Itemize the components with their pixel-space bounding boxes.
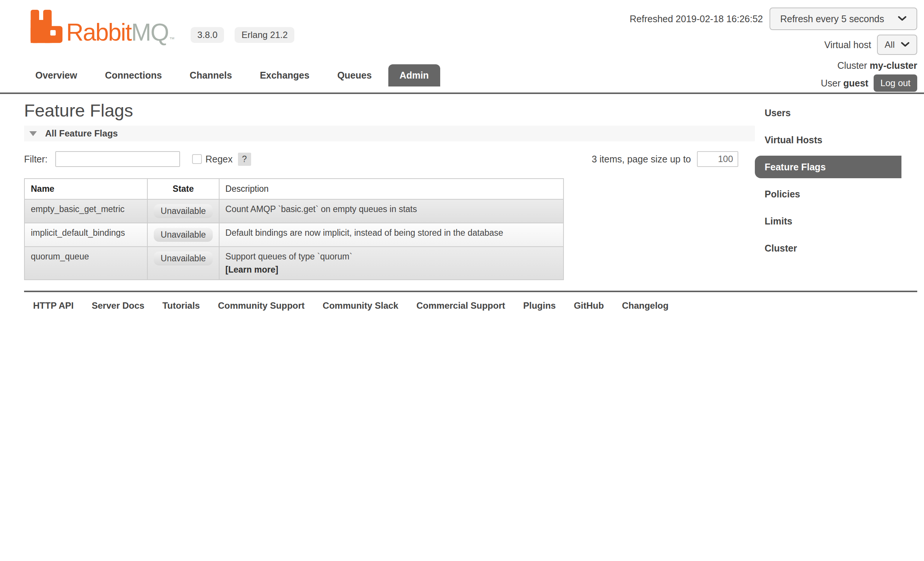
items-count-text: 3 items, page size up to: [592, 154, 691, 165]
content-area: Feature Flags All Feature Flags Filter: …: [0, 94, 924, 280]
admin-sidebar: Users Virtual Hosts Feature Flags Polici…: [755, 99, 924, 262]
filter-row: Filter: Regex ? 3 items, page size up to: [24, 151, 755, 167]
feature-flag-name-cell: quorum_queue: [24, 247, 147, 280]
description-text: Count AMQP `basic.get` on empty queues i…: [226, 204, 557, 214]
footer-link[interactable]: Changelog: [622, 300, 668, 311]
feature-flag-state-cell: Unavailable: [147, 199, 219, 223]
cluster-info: Cluster my-cluster: [837, 60, 917, 71]
help-icon[interactable]: ?: [238, 153, 251, 166]
feature-flag-description-cell: Count AMQP `basic.get` on empty queues i…: [219, 199, 563, 223]
filter-input[interactable]: [55, 151, 180, 167]
header-right: Refreshed 2019-02-18 16:26:52 Refresh ev…: [630, 8, 917, 92]
chevron-down-icon: [901, 42, 910, 47]
refresh-row: Refreshed 2019-02-18 16:26:52 Refresh ev…: [630, 8, 917, 30]
footer-link[interactable]: GitHub: [574, 300, 604, 311]
section-title: All Feature Flags: [45, 128, 118, 139]
user-label-and-name: User guest: [821, 78, 868, 89]
footer-link[interactable]: Tutorials: [162, 300, 200, 311]
regex-checkbox[interactable]: [192, 154, 202, 164]
user-info: User guest Log out: [821, 74, 917, 92]
nav-tab[interactable]: Exchanges: [248, 64, 321, 86]
column-header[interactable]: Description: [219, 179, 563, 199]
state-badge: Unavailable: [154, 252, 212, 265]
footer-links: HTTP API Server Docs Tutorials Community…: [33, 300, 917, 311]
description-text: Default bindings are now implicit, inste…: [226, 228, 557, 238]
sidebar-item: Cluster: [755, 235, 924, 262]
brand-wordmark: RabbitMQ: [66, 21, 168, 44]
sidebar-item-link[interactable]: Virtual Hosts: [755, 129, 901, 151]
table-row: quorum_queue Unavailable Support queues …: [24, 247, 563, 280]
table-body: empty_basic_get_metric Unavailable Count…: [24, 199, 563, 280]
virtual-host-label: Virtual host: [824, 39, 871, 50]
feature-flag-state-cell: Unavailable: [147, 247, 219, 280]
nav-tab[interactable]: Queues: [326, 64, 383, 86]
virtual-host-row: Virtual host All: [824, 35, 917, 55]
page-title: Feature Flags: [24, 100, 755, 121]
refresh-interval-dropdown[interactable]: Refresh every 5 seconds: [769, 8, 917, 30]
cluster-name: my-cluster: [870, 60, 917, 71]
collapse-triangle-icon: [29, 131, 37, 136]
chevron-down-icon: [898, 16, 907, 21]
all-feature-flags-section-header[interactable]: All Feature Flags: [24, 126, 755, 141]
footer-link[interactable]: Community Slack: [323, 300, 398, 311]
sidebar-item: Feature Flags: [755, 153, 924, 180]
user-name: guest: [843, 78, 868, 88]
refreshed-timestamp: Refreshed 2019-02-18 16:26:52: [630, 14, 763, 24]
nav-tab[interactable]: Admin: [388, 64, 440, 86]
column-header[interactable]: Name: [24, 179, 147, 199]
table-row: empty_basic_get_metric Unavailable Count…: [24, 199, 563, 223]
feature-flag-description-cell: Support queues of type `quorum` [Learn m…: [219, 247, 563, 280]
nav-tab[interactable]: Connections: [94, 64, 173, 86]
nav-tabs: Overview Connections Channels Exchanges …: [24, 64, 445, 86]
feature-flag-state-cell: Unavailable: [147, 223, 219, 247]
sidebar-item: Virtual Hosts: [755, 126, 924, 153]
rabbitmq-management-page: RabbitMQ ™ 3.8.0 Erlang 21.2 Refreshed 2…: [0, 0, 924, 561]
table-row: implicit_default_bindings Unavailable De…: [24, 223, 563, 247]
sidebar-item-link[interactable]: Cluster: [755, 237, 901, 259]
pagination-group: 3 items, page size up to: [592, 151, 738, 167]
feature-flag-description-cell: Default bindings are now implicit, inste…: [219, 223, 563, 247]
erlang-version-badge: Erlang 21.2: [235, 27, 294, 43]
logout-button[interactable]: Log out: [874, 74, 917, 92]
sidebar-item-link[interactable]: Policies: [755, 183, 901, 205]
logo[interactable]: RabbitMQ ™ 3.8.0 Erlang 21.2: [29, 10, 294, 44]
feature-flag-name-cell: implicit_default_bindings: [24, 223, 147, 247]
sidebar-item-link[interactable]: Feature Flags: [755, 156, 901, 178]
sidebar-item: Policies: [755, 180, 924, 208]
footer-link[interactable]: Commercial Support: [417, 300, 505, 311]
table-header: Name State Description: [24, 179, 563, 199]
version-badge: 3.8.0: [191, 27, 224, 43]
user-label: User: [821, 78, 841, 88]
filter-label: Filter:: [24, 154, 48, 165]
version-badges: 3.8.0 Erlang 21.2: [191, 27, 294, 43]
feature-flags-table: Name State Description empty_basic_get_m…: [24, 178, 564, 280]
footer-link[interactable]: Plugins: [523, 300, 556, 311]
state-badge: Unavailable: [154, 204, 212, 218]
sidebar-item-link[interactable]: Limits: [755, 210, 901, 232]
brand-rabbit: Rabbit: [66, 19, 131, 46]
footer: HTTP API Server Docs Tutorials Community…: [24, 291, 917, 311]
main-panel: Feature Flags All Feature Flags Filter: …: [24, 94, 755, 280]
sidebar-item-link[interactable]: Users: [755, 102, 901, 124]
column-header[interactable]: State: [147, 179, 219, 199]
refresh-interval-value: Refresh every 5 seconds: [780, 14, 884, 24]
virtual-host-value: All: [885, 39, 895, 50]
state-badge: Unavailable: [154, 228, 212, 242]
footer-link[interactable]: Community Support: [218, 300, 305, 311]
sidebar-item: Limits: [755, 208, 924, 235]
sidebar-item: Users: [755, 99, 924, 126]
header: RabbitMQ ™ 3.8.0 Erlang 21.2 Refreshed 2…: [0, 0, 924, 94]
nav-tab[interactable]: Overview: [24, 64, 88, 86]
brand-mq: MQ: [131, 19, 168, 46]
table-header-row: Name State Description: [24, 179, 563, 199]
nav-tab[interactable]: Channels: [179, 64, 244, 86]
footer-link[interactable]: Server Docs: [92, 300, 144, 311]
description-text: Support queues of type `quorum`: [226, 252, 557, 262]
feature-flag-name-cell: empty_basic_get_metric: [24, 199, 147, 223]
footer-link[interactable]: HTTP API: [33, 300, 74, 311]
virtual-host-dropdown[interactable]: All: [877, 35, 917, 55]
cluster-label: Cluster: [837, 60, 867, 71]
learn-more-link[interactable]: [Learn more]: [226, 265, 557, 275]
rabbitmq-rabbit-icon: [29, 10, 63, 44]
page-size-input[interactable]: [697, 151, 738, 167]
